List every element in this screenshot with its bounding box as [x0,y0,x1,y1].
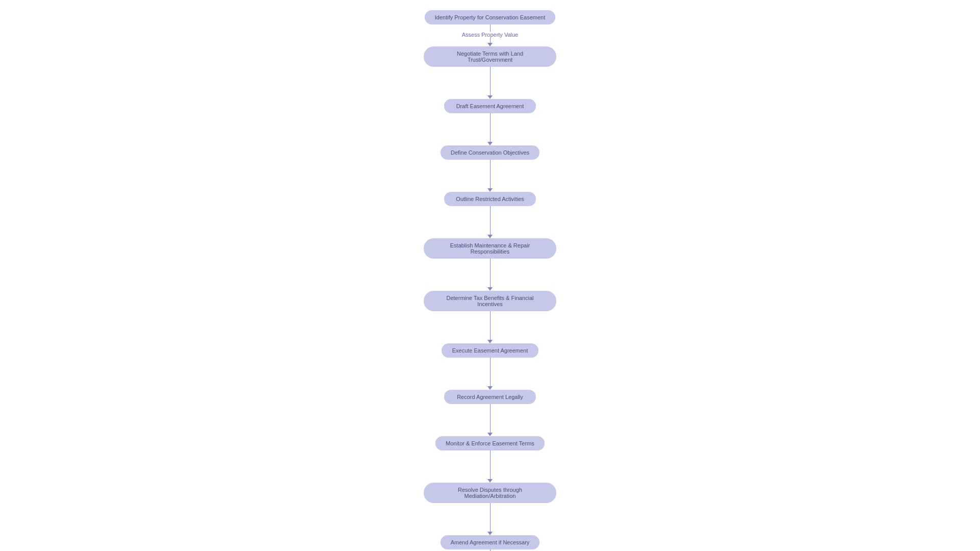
connector-line [490,38,491,43]
arrow-down [487,433,493,436]
node-define-conservation: Define Conservation Objectives [440,145,540,160]
node-determine-tax: Determine Tax Benefits & Financial Incen… [424,291,556,311]
connector-4 [487,160,493,192]
connector-line [490,358,491,372]
node-draft-easement: Draft Easement Agreement [444,99,536,113]
connector-3 [487,113,493,145]
connector-line [490,24,491,32]
flowchart: Identify Property for Conservation Easem… [0,0,980,551]
connector-line [490,465,491,479]
connector-8 [487,358,493,390]
connector-line [490,450,491,465]
arrow-down [487,43,493,46]
connector-line [490,81,491,95]
connector-10 [487,450,493,483]
arrow-down [487,479,493,483]
arrow-down [487,235,493,238]
connector-5 [487,206,493,238]
node-resolve-disputes: Resolve Disputes through Mediation/Arbit… [424,483,556,503]
connector-line [490,517,491,532]
connector-1: Assess Property Value [462,24,518,46]
node-establish-maintenance: Establish Maintenance & Repair Responsib… [424,238,556,259]
assess-property-label: Assess Property Value [462,32,518,38]
connector-line [490,67,491,81]
arrow-down [487,340,493,343]
connector-line [490,325,491,340]
connector-line [490,160,491,174]
connector-9 [487,404,493,436]
node-identify-property: Identify Property for Conservation Easem… [425,10,555,24]
node-record-agreement: Record Agreement Legally [444,390,536,404]
connector-line [490,206,491,220]
arrow-down [487,188,493,192]
connector-line [490,418,491,433]
connector-11 [487,503,493,535]
arrow-down [487,386,493,390]
connector-line [490,273,491,287]
node-monitor-enforce: Monitor & Enforce Easement Terms [435,436,544,450]
arrow-down [487,287,493,291]
connector-line [490,372,491,386]
connector-line [490,174,491,188]
arrow-down [487,142,493,145]
node-negotiate-terms: Negotiate Terms with Land Trust/Governme… [424,46,556,67]
node-execute-easement: Execute Easement Agreement [442,343,538,358]
connector-7 [487,311,493,343]
node-amend-agreement: Amend Agreement if Necessary [440,535,540,549]
connector-line [490,113,491,128]
arrow-down [487,532,493,535]
connector-line [490,404,491,418]
connector-6 [487,259,493,291]
node-outline-restricted: Outline Restricted Activities [444,192,536,206]
connector-line [490,311,491,325]
connector-line [490,259,491,273]
connector-line [490,128,491,142]
connector-line [490,220,491,235]
arrow-down [487,95,493,99]
connector-line [490,503,491,517]
connector-2 [487,67,493,99]
